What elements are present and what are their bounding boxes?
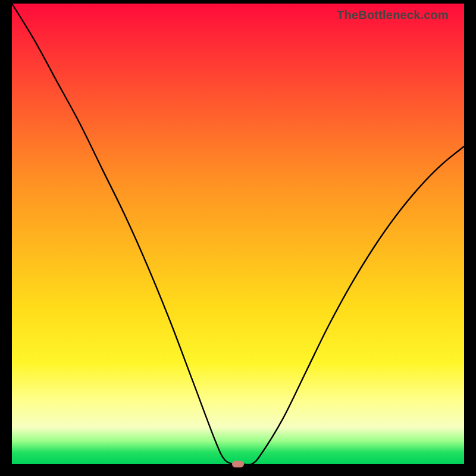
chart-frame: TheBottleneck.com	[0, 0, 476, 476]
optimum-marker	[232, 461, 244, 468]
bottleneck-curve	[12, 4, 464, 464]
plot-area: TheBottleneck.com	[12, 4, 464, 464]
